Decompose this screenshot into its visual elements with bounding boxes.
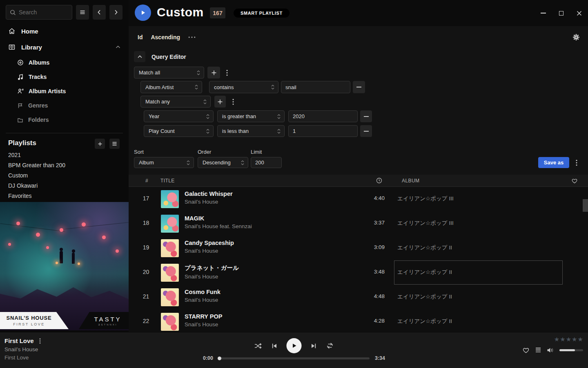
volume-slider[interactable] (559, 349, 583, 351)
track-title[interactable]: STARRY POP (185, 313, 222, 320)
rule-field-select[interactable]: Album Artist (140, 81, 202, 93)
match-type-select[interactable]: Match any (140, 96, 211, 108)
star-icon[interactable]: ★ (566, 336, 571, 343)
scrollbar-thumb[interactable] (583, 199, 588, 212)
album-cover-thumbnail[interactable] (161, 215, 179, 233)
queue-icon[interactable] (535, 347, 541, 353)
chevron-up-icon[interactable] (116, 45, 120, 49)
track-row[interactable]: 20 プラネット・ガール Snail’s House 3:48 エイリアン☆ポッ… (129, 260, 583, 285)
nav-back-button[interactable] (93, 5, 106, 20)
sidebar-item-library[interactable]: Library (8, 43, 122, 52)
album-cover-thumbnail[interactable] (161, 190, 179, 208)
album-cover-thumbnail[interactable] (161, 313, 179, 331)
sort-order-button[interactable]: Ascending (151, 34, 180, 40)
sidebar-item-genres[interactable]: Genres (17, 101, 48, 110)
now-playing-artist[interactable]: Snail’s House (4, 346, 41, 352)
add-rule-button[interactable] (207, 67, 220, 79)
shuffle-icon[interactable] (254, 342, 262, 350)
playlist-item[interactable]: 2021 (8, 152, 21, 158)
next-track-icon[interactable] (311, 343, 317, 349)
seek-bar[interactable] (218, 357, 370, 359)
limit-input[interactable] (251, 157, 282, 168)
track-artist[interactable]: Snail’s House (185, 199, 233, 205)
track-row[interactable]: 19 Candy Spaceship Snail’s House 3:09 エイ… (129, 236, 583, 260)
group-options-button[interactable] (229, 96, 237, 108)
kebab-icon[interactable] (39, 338, 41, 344)
track-album[interactable]: エイリアン☆ポップ II (397, 244, 452, 251)
collapse-query-editor-button[interactable] (134, 51, 145, 62)
remove-rule-button[interactable] (353, 81, 365, 93)
track-row[interactable]: 18 MAGIK Snail’s House feat. Sennzai 3:3… (129, 211, 583, 236)
rule-operator-select[interactable]: contains (209, 81, 278, 93)
track-row[interactable]: 21 Cosmo Funk Snail’s House 4:48 エイリアン☆ポ… (129, 285, 583, 310)
play-playlist-button[interactable] (135, 4, 151, 21)
rule-operator-select[interactable]: is greater than (217, 110, 285, 122)
menu-button[interactable] (76, 5, 89, 20)
track-album[interactable]: エイリアン☆ポップ II (397, 318, 452, 325)
now-playing-artwork[interactable]: SNAIL’S HOUSE FIRST LOVE TASTY ƎSTNNXI (0, 202, 129, 330)
remove-rule-button[interactable] (360, 110, 372, 122)
playlist-list-button[interactable] (109, 139, 120, 149)
remove-rule-button[interactable] (360, 125, 372, 137)
favorite-heart-icon[interactable] (522, 347, 530, 353)
track-album[interactable]: エイリアン☆ポップ III (397, 220, 454, 227)
save-as-button[interactable]: Save as (538, 157, 569, 168)
previous-track-icon[interactable] (271, 343, 278, 349)
track-title[interactable]: MAGIK (185, 215, 252, 222)
track-album[interactable]: エイリアン☆ポップ II (397, 293, 452, 301)
track-title[interactable]: Cosmo Funk (185, 289, 220, 295)
star-icon[interactable]: ★ (554, 336, 559, 343)
play-pause-button[interactable] (287, 338, 302, 353)
save-options-button[interactable] (572, 157, 581, 168)
album-cover-thumbnail[interactable] (161, 239, 179, 257)
column-title[interactable]: TITLE (160, 178, 175, 184)
track-title[interactable]: Candy Spaceship (185, 240, 234, 246)
nav-forward-button[interactable] (109, 5, 122, 20)
track-title[interactable]: Galactic Whisper (185, 191, 233, 197)
repeat-icon[interactable] (326, 342, 334, 349)
sidebar-item-album-artists[interactable]: Album Artists (17, 87, 66, 95)
rule-field-select[interactable]: Play Count (144, 125, 214, 137)
track-artist[interactable]: Snail’s House (185, 274, 239, 280)
match-type-select[interactable]: Match all (134, 67, 204, 79)
star-icon[interactable]: ★ (578, 336, 583, 343)
clock-icon[interactable] (376, 177, 382, 184)
track-title[interactable]: プラネット・ガール (185, 264, 239, 272)
playlist-item[interactable]: Favorites (8, 193, 32, 199)
sort-select[interactable]: Album (134, 157, 194, 168)
album-cover-thumbnail[interactable] (161, 264, 179, 282)
track-row[interactable]: 17 Galactic Whisper Snail’s House 4:40 エ… (129, 187, 583, 211)
add-rule-button[interactable] (214, 96, 226, 108)
track-album[interactable]: エイリアン☆ポップ II (397, 269, 452, 276)
rule-field-select[interactable]: Year (144, 110, 214, 122)
gear-icon[interactable] (572, 34, 580, 41)
star-icon[interactable]: ★ (572, 336, 577, 343)
track-artist[interactable]: Snail’s House (185, 297, 220, 303)
track-artist[interactable]: Snail’s House feat. Sennzai (185, 223, 252, 229)
sidebar-item-albums[interactable]: Albums (17, 58, 49, 67)
now-playing-album[interactable]: First Love (4, 355, 41, 361)
more-options-button[interactable] (188, 36, 196, 38)
playlist-item[interactable]: DJ Okawari (8, 182, 38, 189)
sidebar-item-tracks[interactable]: Tracks (17, 73, 47, 81)
rule-value-input[interactable] (288, 125, 358, 137)
search-box[interactable] (6, 5, 72, 20)
rule-value-input[interactable] (288, 110, 358, 122)
sort-field-button[interactable]: Id (138, 34, 143, 40)
order-select[interactable]: Descending (198, 157, 248, 168)
sidebar-item-folders[interactable]: Folders (17, 116, 49, 124)
search-input[interactable] (19, 9, 68, 16)
now-playing-title[interactable]: First Love (4, 337, 34, 344)
track-row[interactable]: 22 STARRY POP Snail’s House 4:28 エイリアン☆ポ… (129, 310, 583, 332)
add-playlist-button[interactable] (95, 139, 105, 149)
column-album[interactable]: ALBUM (402, 178, 419, 184)
star-icon[interactable]: ★ (560, 336, 565, 343)
playlist-item[interactable]: Custom (8, 172, 28, 179)
playlist-item[interactable]: BPM Greater than 200 (8, 162, 65, 168)
heart-icon[interactable] (571, 177, 578, 184)
maximize-button[interactable] (557, 9, 565, 17)
close-button[interactable] (575, 9, 583, 17)
sidebar-item-home[interactable]: Home (8, 27, 38, 36)
volume-icon[interactable] (547, 347, 554, 353)
track-artist[interactable]: Snail’s House (185, 248, 234, 254)
